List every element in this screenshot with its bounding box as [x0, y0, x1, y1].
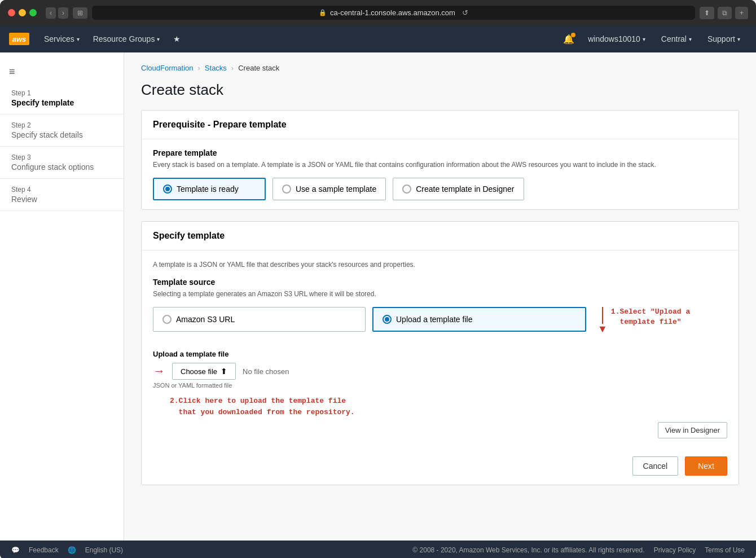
step-3-name: Configure stack options	[11, 162, 112, 172]
add-button[interactable]: +	[735, 7, 748, 19]
step-3-item[interactable]: Step 3 Configure stack options	[0, 147, 124, 179]
tab-view-button[interactable]: ⊞	[73, 7, 87, 19]
sidebar: ≡ Step 1 Specify template Step 2 Specify…	[0, 52, 124, 541]
step-2-label: Step 2	[11, 121, 112, 129]
annotation-2-text: 2.Click here to upload the template file…	[170, 396, 727, 418]
prepare-template-label: Prepare template	[153, 148, 727, 157]
breadcrumb-current: Create stack	[238, 64, 279, 72]
aws-navbar: aws Services ▾ Resource Groups ▾ ★ 🔔 win…	[0, 25, 756, 52]
sample-template-radio	[282, 184, 291, 194]
designer-option[interactable]: Create template in Designer	[393, 178, 524, 200]
region-nav-item[interactable]: Central ▾	[654, 25, 698, 52]
share-button[interactable]: ⬆	[700, 7, 714, 19]
prerequisite-header: Prerequisite - Prepare template	[142, 111, 739, 139]
designer-radio	[402, 184, 411, 194]
prerequisite-card: Prerequisite - Prepare template Prepare …	[141, 110, 739, 210]
reload-icon[interactable]: ↺	[462, 8, 468, 17]
cancel-button[interactable]: Cancel	[632, 456, 679, 476]
user-caret: ▾	[643, 36, 645, 42]
aws-logo: aws	[9, 33, 29, 45]
specify-template-header: Specify template	[142, 222, 739, 251]
terms-of-use-link[interactable]: Terms of Use	[705, 546, 745, 554]
maximize-button[interactable]	[29, 9, 37, 16]
feedback-label[interactable]: Feedback	[29, 546, 59, 554]
footer: 💬 Feedback 🌐 English (US) © 2008 - 2020,…	[0, 541, 756, 558]
file-format-hint: JSON or YAML formatted file	[153, 382, 727, 389]
region-caret: ▾	[689, 36, 692, 42]
step-1-name: Specify template	[11, 98, 112, 107]
url-text: ca-central-1.console.aws.amazon.com	[330, 8, 455, 17]
globe-icon: 🌐	[68, 546, 76, 554]
upload-option[interactable]: Upload a template file	[372, 307, 586, 332]
breadcrumb-cloudformation[interactable]: CloudFormation	[141, 64, 194, 72]
designer-label: Create template in Designer	[416, 184, 514, 194]
page-title: Create stack	[141, 81, 739, 99]
template-ready-label: Template is ready	[177, 184, 239, 194]
services-nav-item[interactable]: Services ▾	[37, 25, 86, 52]
template-source-desc: Selecting a template generates an Amazon…	[153, 289, 727, 299]
step-2-name: Specify stack details	[11, 130, 112, 139]
specify-template-card: Specify template A template is a JSON or…	[141, 221, 739, 485]
sample-template-option[interactable]: Use a sample template	[272, 178, 386, 200]
resource-groups-nav-item[interactable]: Resource Groups ▾	[86, 25, 167, 52]
step-3-label: Step 3	[11, 153, 112, 161]
step-4-item[interactable]: Step 4 Review	[0, 179, 124, 211]
step-1-label: Step 1	[11, 89, 112, 97]
breadcrumb-stacks[interactable]: Stacks	[205, 64, 227, 72]
star-icon: ★	[173, 34, 181, 43]
view-in-designer-button[interactable]: View in Designer	[658, 422, 727, 438]
template-ready-option[interactable]: Template is ready	[153, 178, 266, 200]
breadcrumb-sep-1: ›	[198, 64, 200, 72]
arrow-right-icon: →	[153, 364, 165, 379]
bell-notification-dot	[571, 33, 575, 37]
step-1-item[interactable]: Step 1 Specify template	[0, 82, 124, 115]
upload-radio	[383, 315, 392, 324]
template-source-options: Amazon S3 URL Upload a template file	[153, 307, 586, 332]
s3-url-label: Amazon S3 URL	[176, 315, 235, 324]
upload-file-label: Upload a template file	[153, 350, 727, 358]
step-2-item[interactable]: Step 2 Specify stack details	[0, 115, 124, 147]
address-bar[interactable]: 🔒 ca-central-1.console.aws.amazon.com ↺	[92, 6, 695, 20]
choose-file-label: Choose file	[181, 367, 217, 376]
feedback-icon: 💬	[11, 546, 20, 554]
specify-template-desc: A template is a JSON or YAML file that d…	[153, 260, 727, 270]
annotation-1-text: 1.Select "Upload a template file"	[611, 307, 690, 327]
language-label[interactable]: English (US)	[85, 546, 123, 554]
resource-groups-caret: ▾	[157, 36, 160, 42]
main-content: CloudFormation › Stacks › Create stack C…	[124, 52, 756, 541]
hamburger-icon[interactable]: ≡	[0, 61, 124, 82]
no-file-text: No file chosen	[243, 367, 289, 376]
minimize-button[interactable]	[19, 9, 26, 16]
s3-url-option[interactable]: Amazon S3 URL	[153, 307, 366, 332]
template-ready-radio	[163, 184, 172, 194]
services-caret: ▾	[77, 36, 80, 42]
template-source-label: Template source	[153, 278, 727, 287]
user-nav-item[interactable]: windows10010 ▾	[581, 25, 652, 52]
bell-icon[interactable]: 🔔	[563, 34, 574, 45]
sample-template-label: Use a sample template	[296, 184, 376, 194]
support-nav-item[interactable]: Support ▾	[701, 25, 747, 52]
file-input-row: Choose file ⬆ No file chosen	[172, 363, 289, 380]
breadcrumb-sep-2: ›	[231, 64, 234, 72]
prepare-template-options: Template is ready Use a sample template …	[153, 178, 727, 200]
bookmarks-nav-item[interactable]: ★	[166, 25, 187, 52]
aws-logo-text: aws	[12, 35, 27, 43]
next-button[interactable]: Next	[685, 456, 727, 476]
privacy-policy-link[interactable]: Privacy Policy	[654, 546, 696, 554]
close-button[interactable]	[8, 9, 15, 16]
step-4-label: Step 4	[11, 186, 112, 194]
upload-icon: ⬆	[221, 367, 227, 376]
upload-section: Upload a template file → Choose file ⬆	[153, 350, 727, 389]
step-4-name: Review	[11, 195, 112, 204]
traffic-lights	[8, 9, 37, 16]
prepare-template-desc: Every stack is based on a template. A te…	[153, 160, 727, 170]
breadcrumb: CloudFormation › Stacks › Create stack	[141, 64, 739, 72]
copyright-text: © 2008 - 2020, Amazon Web Services, Inc.…	[412, 546, 644, 554]
new-tab-button[interactable]: ⧉	[718, 7, 732, 19]
back-button[interactable]: ‹	[46, 7, 56, 19]
choose-file-button[interactable]: Choose file ⬆	[172, 363, 236, 380]
lock-icon: 🔒	[319, 9, 327, 16]
actions-bar: Cancel Next	[142, 447, 739, 485]
forward-button[interactable]: ›	[58, 7, 68, 19]
support-caret: ▾	[737, 36, 740, 42]
